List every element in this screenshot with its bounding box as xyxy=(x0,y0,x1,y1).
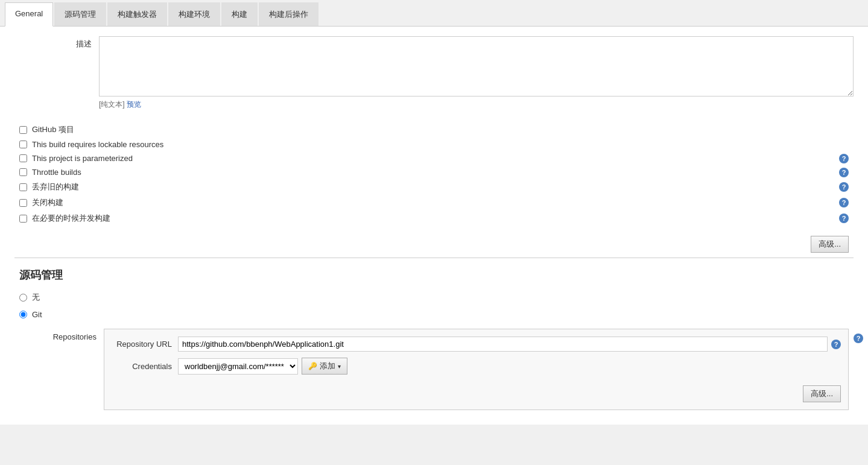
checkbox-throttle-builds: Throttle builds ? xyxy=(14,165,854,179)
parameterized-checkbox[interactable] xyxy=(19,154,27,162)
github-project-checkbox[interactable] xyxy=(19,126,27,134)
concurrent-builds-label: 在必要的时候并发构建 xyxy=(32,213,110,224)
repositories-section: Repositories Repository URL ? Credential… xyxy=(19,324,849,415)
checkbox-lockable-resources: This build requires lockable resources xyxy=(14,138,854,151)
credentials-select[interactable]: worldbenjj@gmail.com/****** xyxy=(178,358,298,375)
description-row: 描述 [纯文本] 预览 xyxy=(14,36,854,110)
repo-url-help-icon[interactable]: ? xyxy=(831,340,841,349)
tab-post-build[interactable]: 构建后操作 xyxy=(259,2,318,26)
checkbox-disable-build: 关闭构建 ? xyxy=(14,195,854,210)
tab-environment[interactable]: 构建环境 xyxy=(168,2,220,26)
general-advanced-row: 高级... xyxy=(14,231,854,258)
concurrent-builds-checkbox[interactable] xyxy=(19,215,27,223)
parameterized-label: This project is parameterized xyxy=(32,154,133,163)
scm-git-radio[interactable] xyxy=(19,311,27,318)
scm-none-radio[interactable] xyxy=(19,294,27,302)
dropdown-arrow-icon: ▾ xyxy=(338,363,341,370)
lockable-resources-checkbox[interactable] xyxy=(19,141,27,148)
repo-url-label: Repository URL xyxy=(112,340,178,349)
parameterized-help-icon[interactable]: ? xyxy=(839,154,849,163)
description-label: 描述 xyxy=(14,36,99,49)
tab-triggers[interactable]: 构建触发器 xyxy=(107,2,167,26)
github-project-label: GitHub 项目 xyxy=(32,124,74,135)
throttle-builds-help-icon[interactable]: ? xyxy=(839,168,849,177)
repo-url-row: Repository URL ? xyxy=(112,337,841,352)
radio-git-row: Git xyxy=(19,308,849,321)
description-field: [纯文本] 预览 xyxy=(99,36,854,110)
repositories-help-icon[interactable]: ? xyxy=(854,334,863,343)
checkbox-github-project: GitHub 项目 xyxy=(14,122,854,138)
tab-general[interactable]: General xyxy=(5,2,53,27)
discard-old-checkbox[interactable] xyxy=(19,183,27,191)
disable-build-help-icon[interactable]: ? xyxy=(839,198,849,207)
throttle-builds-label: Throttle builds xyxy=(32,168,81,177)
repo-advanced-row: 高级... xyxy=(112,381,841,402)
scm-none-label: 无 xyxy=(32,292,40,303)
add-label: 添加 xyxy=(320,361,335,372)
discard-old-help-icon[interactable]: ? xyxy=(839,182,849,192)
repo-url-input[interactable] xyxy=(178,337,828,352)
throttle-builds-checkbox[interactable] xyxy=(19,168,27,176)
description-input[interactable] xyxy=(99,36,854,96)
checkbox-parameterized: This project is parameterized ? xyxy=(14,151,854,165)
add-credentials-button[interactable]: 🔑 添加 ▾ xyxy=(302,358,347,375)
key-icon: 🔑 xyxy=(308,362,317,370)
preview-link[interactable]: 预览 xyxy=(127,100,141,109)
repositories-label: Repositories xyxy=(19,329,104,341)
description-links: [纯文本] 预览 xyxy=(99,100,854,110)
disable-build-label: 关闭构建 xyxy=(32,197,63,208)
scm-git-label: Git xyxy=(32,310,42,319)
credentials-label: Credentials xyxy=(112,362,178,371)
checkbox-discard-old: 丢弃旧的构建 ? xyxy=(14,179,854,195)
main-content: 描述 [纯文本] 预览 GitHub 项目 This build require… xyxy=(0,27,868,425)
scm-section-title: 源码管理 xyxy=(14,258,854,289)
repositories-box: Repository URL ? Credentials worldbenjj@… xyxy=(104,329,849,410)
lockable-resources-label: This build requires lockable resources xyxy=(32,140,163,149)
disable-build-checkbox[interactable] xyxy=(19,199,27,207)
credentials-row: Credentials worldbenjj@gmail.com/****** … xyxy=(112,358,841,375)
tab-source-code[interactable]: 源码管理 xyxy=(54,2,106,26)
radio-none-row: 无 xyxy=(19,289,849,305)
discard-old-label: 丢弃旧的构建 xyxy=(32,182,79,192)
tabs-bar: General 源码管理 构建触发器 构建环境 构建 构建后操作 xyxy=(0,0,868,27)
checkbox-concurrent-builds: 在必要的时候并发构建 ? xyxy=(14,210,854,226)
checkboxes-section: GitHub 项目 This build requires lockable r… xyxy=(14,117,854,231)
general-advanced-button[interactable]: 高级... xyxy=(811,236,849,253)
repo-advanced-button[interactable]: 高级... xyxy=(803,385,841,402)
scm-section: 无 Git Repositories Repository URL ? xyxy=(14,289,854,415)
plain-text-label: [纯文本] xyxy=(99,100,125,109)
tab-build[interactable]: 构建 xyxy=(221,2,258,26)
concurrent-builds-help-icon[interactable]: ? xyxy=(839,214,849,223)
